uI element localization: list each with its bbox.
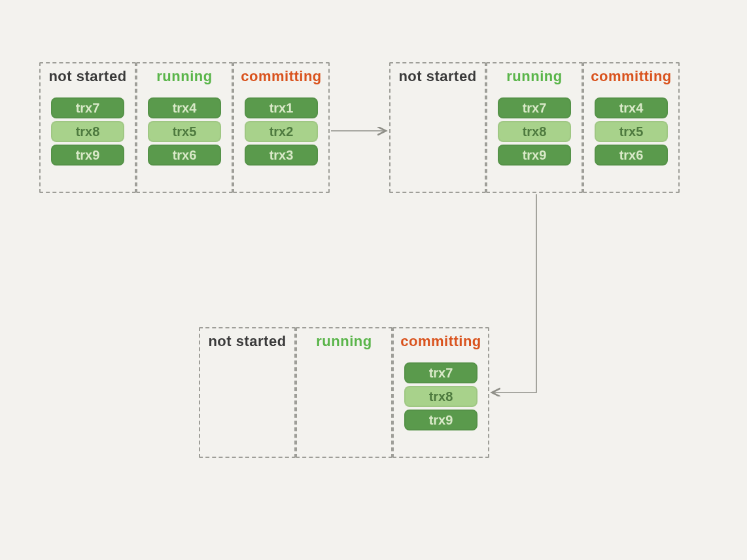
col-title-committing: committing (238, 67, 324, 88)
transaction-pill: trx5 (148, 121, 221, 142)
stage-3-committing-items: trx7 trx8 trx9 (398, 362, 484, 430)
transaction-pill: trx9 (498, 145, 571, 166)
transaction-pill: trx6 (148, 145, 221, 166)
col-title-running: running (491, 67, 578, 88)
transaction-pill: trx9 (51, 145, 124, 166)
transaction-pill: trx3 (245, 145, 318, 166)
transaction-pill: trx8 (51, 121, 124, 142)
col-title-running: running (301, 332, 387, 353)
transaction-pill: trx4 (148, 97, 221, 118)
transaction-pill: trx2 (245, 121, 318, 142)
transaction-pill: trx7 (404, 362, 478, 383)
stage-2-running-items: trx7 trx8 trx9 (491, 97, 578, 166)
transaction-pill: trx7 (51, 97, 124, 118)
stage-1-col-not-started: not started trx7 trx8 trx9 (39, 62, 136, 193)
transaction-pill: trx6 (595, 145, 668, 166)
col-title-not-started: not started (394, 67, 481, 88)
stage-2-committing-items: trx4 trx5 trx6 (588, 97, 674, 166)
stage-1-committing-items: trx1 trx2 trx3 (238, 97, 324, 166)
stage-3-col-not-started: not started (199, 327, 296, 458)
stage-1-running-items: trx4 trx5 trx6 (141, 97, 228, 166)
stage-1-not-started-items: trx7 trx8 trx9 (44, 97, 131, 166)
col-title-committing: committing (398, 332, 484, 353)
arrow-stage2-to-stage3 (492, 194, 536, 393)
stage-3-col-running: running (296, 327, 392, 458)
stage-1-col-running: running trx4 trx5 trx6 (136, 62, 233, 193)
stage-2-col-not-started: not started (389, 62, 486, 193)
col-title-not-started: not started (44, 67, 131, 88)
stage-2-col-committing: committing trx4 trx5 trx6 (583, 62, 680, 193)
transaction-pill: trx7 (498, 97, 571, 118)
transaction-pill: trx8 (498, 121, 571, 142)
stage-2-col-running: running trx7 trx8 trx9 (486, 62, 583, 193)
stage-1-col-committing: committing trx1 trx2 trx3 (233, 62, 330, 193)
transaction-pill: trx4 (595, 97, 668, 118)
col-title-committing: committing (588, 67, 674, 88)
transaction-pill: trx1 (245, 97, 318, 118)
stage-3-col-committing: committing trx7 trx8 trx9 (392, 327, 489, 458)
transaction-pill: trx9 (404, 410, 478, 430)
col-title-running: running (141, 67, 228, 88)
col-title-not-started: not started (204, 332, 290, 353)
transaction-pill: trx5 (595, 121, 668, 142)
transaction-pill: trx8 (404, 386, 478, 407)
